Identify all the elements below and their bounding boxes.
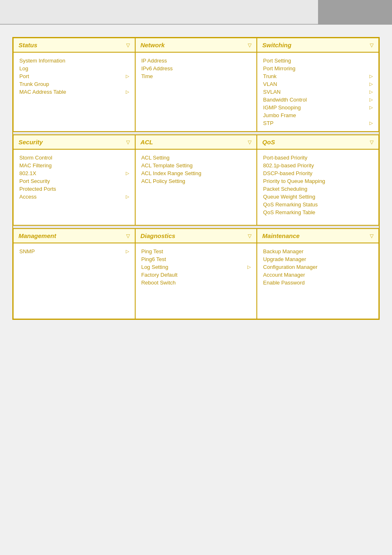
menu-item[interactable]: Ping6 Test <box>141 255 251 263</box>
menu-item[interactable]: Trunk Group <box>19 80 129 88</box>
cell-title-security: Security <box>18 139 43 146</box>
cell-header-network[interactable]: Network▽ <box>136 38 257 53</box>
menu-item[interactable]: IP Address <box>141 57 251 65</box>
menu-item[interactable]: Jumbo Frame <box>263 111 373 119</box>
menu-item[interactable]: Port Setting <box>263 57 373 65</box>
menu-item[interactable]: MAC Address Table▷ <box>19 88 129 96</box>
menu-item[interactable]: SVLAN▷ <box>263 88 373 96</box>
chevron-right-icon: ▷ <box>126 249 129 254</box>
cell-header-qos[interactable]: QoS▽ <box>257 135 378 150</box>
menu-item[interactable]: IGMP Snooping▷ <box>263 104 373 111</box>
main-content: Status▽System InformationLogPort▷Trunk G… <box>0 25 392 332</box>
cell-body-diagnostics: Ping TestPing6 TestLog Setting▷Factory D… <box>136 243 257 291</box>
cell-title-status: Status <box>18 42 37 49</box>
menu-item[interactable]: 802.1p-based Priority <box>263 162 373 169</box>
chevron-down-icon-management[interactable]: ▽ <box>126 233 130 239</box>
menu-item[interactable]: ACL Policy Setting <box>141 177 251 185</box>
menu-item[interactable]: Account Manager <box>263 271 373 279</box>
menu-item[interactable]: ACL Setting <box>141 154 251 162</box>
menu-item-label: ACL Setting <box>141 155 251 161</box>
cell-acl: ACL▽ACL SettingACL Template SettingACL I… <box>135 135 257 225</box>
menu-item[interactable]: Priority to Queue Mapping <box>263 177 373 185</box>
menu-item[interactable]: QoS Remarking Status <box>263 201 373 208</box>
cell-header-diagnostics[interactable]: Diagnostics▽ <box>136 229 257 243</box>
chevron-down-icon-switching[interactable]: ▽ <box>370 42 374 48</box>
menu-item[interactable]: Configuration Manager <box>263 263 373 271</box>
menu-item[interactable]: System Information <box>19 57 129 65</box>
menu-item[interactable]: 802.1X▷ <box>19 169 129 177</box>
menu-item[interactable]: Port Mirroring <box>263 65 373 72</box>
cell-maintenance: Maintenance▽Backup ManagerUpgrade Manage… <box>257 229 379 319</box>
chevron-down-icon-acl[interactable]: ▽ <box>248 139 251 145</box>
menu-item[interactable]: Upgrade Manager <box>263 255 373 263</box>
menu-item-label: Packet Scheduling <box>263 186 373 192</box>
chevron-right-icon: ▷ <box>369 120 373 126</box>
cell-header-acl[interactable]: ACL▽ <box>136 135 257 150</box>
cell-title-management: Management <box>18 232 56 239</box>
chevron-right-icon: ▷ <box>126 74 129 79</box>
chevron-down-icon-security[interactable]: ▽ <box>126 139 130 145</box>
menu-item[interactable]: Access▷ <box>19 193 129 201</box>
menu-item[interactable]: QoS Remarking Table <box>263 208 373 216</box>
chevron-down-icon-network[interactable]: ▽ <box>248 42 251 48</box>
cell-header-maintenance[interactable]: Maintenance▽ <box>257 229 378 243</box>
menu-item[interactable]: Log <box>19 65 129 72</box>
menu-item[interactable]: MAC Filtering <box>19 162 129 169</box>
cell-header-status[interactable]: Status▽ <box>14 38 135 53</box>
cell-title-diagnostics: Diagnostics <box>141 232 175 239</box>
cell-header-management[interactable]: Management▽ <box>14 229 135 243</box>
menu-item[interactable]: Backup Manager <box>263 247 373 255</box>
cell-network: Network▽IP AddressIPv6 AddressTime <box>135 38 257 132</box>
cell-title-qos: QoS <box>262 139 275 146</box>
menu-item[interactable]: Enable Password <box>263 279 373 287</box>
menu-item[interactable]: STP▷ <box>263 119 373 127</box>
menu-item-label: QoS Remarking Table <box>263 209 373 215</box>
menu-item[interactable]: ACL Index Range Setting <box>141 169 251 177</box>
menu-item-label: Log <box>19 65 129 72</box>
menu-item[interactable]: Port▷ <box>19 72 129 80</box>
cell-header-security[interactable]: Security▽ <box>14 135 135 150</box>
menu-item[interactable]: Storm Control <box>19 154 129 162</box>
chevron-down-icon-diagnostics[interactable]: ▽ <box>248 233 251 239</box>
menu-item-label: Priority to Queue Mapping <box>263 178 373 184</box>
menu-item[interactable]: Log Setting▷ <box>141 263 251 271</box>
menu-item-label: MAC Filtering <box>19 162 129 169</box>
menu-item[interactable]: Factory Default <box>141 271 251 279</box>
chevron-right-icon: ▷ <box>369 81 373 87</box>
cell-body-acl: ACL SettingACL Template SettingACL Index… <box>136 150 257 189</box>
top-bar-accent <box>318 0 392 25</box>
cell-body-security: Storm ControlMAC Filtering802.1X▷Port Se… <box>14 150 135 205</box>
menu-item[interactable]: SNMP▷ <box>19 247 129 255</box>
menu-item[interactable]: Bandwidth Control▷ <box>263 96 373 104</box>
chevron-right-icon: ▷ <box>126 89 129 95</box>
menu-item[interactable]: Protected Ports <box>19 185 129 193</box>
menu-item[interactable]: Ping Test <box>141 247 251 255</box>
menu-item-label: SNMP <box>19 248 124 254</box>
cell-security: Security▽Storm ControlMAC Filtering802.1… <box>13 135 135 225</box>
menu-item[interactable]: DSCP-based Priority <box>263 169 373 177</box>
menu-item[interactable]: IPv6 Address <box>141 65 251 72</box>
menu-item[interactable]: Trunk▷ <box>263 72 373 80</box>
cell-header-switching[interactable]: Switching▽ <box>257 38 378 53</box>
menu-item-label: Backup Manager <box>263 248 373 254</box>
menu-item[interactable]: Port Security <box>19 177 129 185</box>
menu-item[interactable]: VLAN▷ <box>263 80 373 88</box>
menu-item[interactable]: Port-based Priority <box>263 154 373 162</box>
cell-title-network: Network <box>141 42 165 49</box>
menu-item[interactable]: Queue Weight Setting <box>263 193 373 201</box>
row-divider <box>13 225 379 229</box>
cell-body-network: IP AddressIPv6 AddressTime <box>136 53 257 84</box>
menu-item[interactable]: ACL Template Setting <box>141 162 251 169</box>
chevron-down-icon-qos[interactable]: ▽ <box>370 139 374 145</box>
menu-item[interactable]: Time <box>141 72 251 80</box>
chevron-down-icon-maintenance[interactable]: ▽ <box>370 233 374 239</box>
menu-item-label: Trunk Group <box>19 81 129 87</box>
menu-item[interactable]: Reboot Switch <box>141 279 251 287</box>
chevron-down-icon-status[interactable]: ▽ <box>126 42 130 48</box>
menu-item-label: MAC Address Table <box>19 89 124 95</box>
menu-item-label: 802.1X <box>19 170 124 176</box>
menu-item-label: Protected Ports <box>19 186 129 192</box>
menu-item-label: Upgrade Manager <box>263 256 373 262</box>
cell-body-qos: Port-based Priority802.1p-based Priority… <box>257 150 378 220</box>
menu-item[interactable]: Packet Scheduling <box>263 185 373 193</box>
